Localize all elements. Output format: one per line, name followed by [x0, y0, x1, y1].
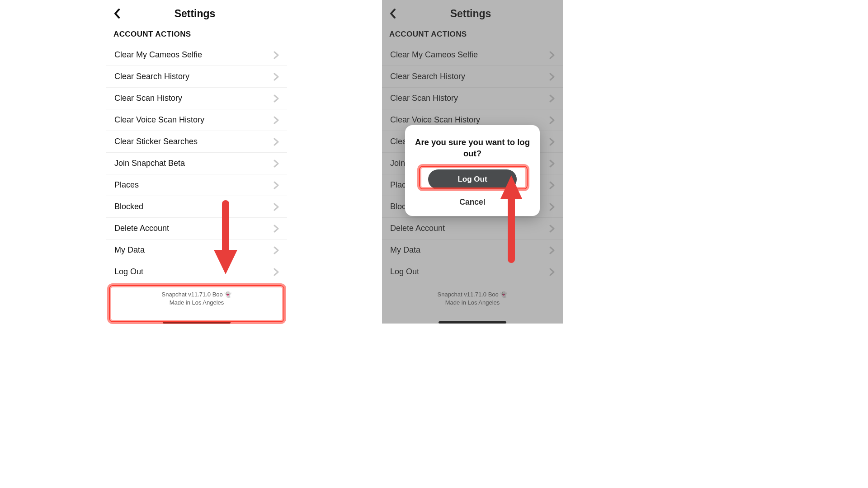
chevron-right-icon — [274, 246, 279, 254]
row-clear-voice-scan-history[interactable]: Clear Voice Scan History — [106, 109, 287, 131]
chevron-right-icon — [274, 203, 279, 211]
row-label: Clear Search History — [390, 72, 465, 81]
logout-modal: Are you sure you want to log out? Log Ou… — [405, 125, 540, 216]
logout-confirm-button[interactable]: Log Out — [428, 169, 517, 189]
chevron-right-icon — [274, 138, 279, 146]
chevron-right-icon — [274, 51, 279, 59]
row-label: Clear Scan History — [390, 94, 458, 103]
row-delete-account[interactable]: Delete Account — [382, 218, 563, 239]
chevron-right-icon — [274, 268, 279, 276]
row-label: Clear Search History — [114, 72, 189, 81]
chevron-right-icon — [274, 94, 279, 103]
chevron-right-icon — [549, 138, 555, 146]
row-log-out[interactable]: Log Out — [106, 261, 287, 282]
chevron-right-icon — [549, 268, 555, 276]
chevron-right-icon — [549, 203, 555, 211]
row-clear-search-history[interactable]: Clear Search History — [106, 66, 287, 88]
footer: Snapchat v11.71.0 Boo 👻 Made in Los Ange… — [382, 282, 563, 310]
row-log-out[interactable]: Log Out — [382, 261, 563, 282]
row-label: Clear Voice Scan History — [114, 115, 204, 125]
chevron-right-icon — [549, 94, 555, 103]
page-title: Settings — [109, 8, 281, 20]
chevron-right-icon — [274, 181, 279, 189]
row-label: Delete Account — [390, 224, 445, 233]
chevron-right-icon — [549, 73, 555, 81]
row-delete-account[interactable]: Delete Account — [106, 218, 287, 239]
chevron-right-icon — [549, 160, 555, 168]
chevron-right-icon — [274, 138, 279, 146]
chevron-right-icon — [274, 160, 279, 168]
row-label: Blocked — [114, 202, 143, 211]
row-clear-search-history[interactable]: Clear Search History — [382, 66, 563, 88]
page-title: Settings — [385, 8, 557, 20]
row-my-data[interactable]: My Data — [382, 239, 563, 261]
chevron-right-icon — [549, 51, 555, 59]
settings-screen-step1: Settings ACCOUNT ACTIONS Clear My Cameos… — [106, 0, 287, 324]
chevron-right-icon — [549, 181, 555, 189]
section-header: ACCOUNT ACTIONS — [106, 27, 287, 42]
chevron-right-icon — [549, 51, 555, 59]
footer-version: Snapchat v11.71.0 Boo 👻 — [382, 291, 563, 299]
row-label: Log Out — [390, 267, 419, 277]
footer: Snapchat v11.71.0 Boo 👻 Made in Los Ange… — [106, 282, 287, 310]
settings-screen-step2: Settings ACCOUNT ACTIONS Clear My Cameos… — [382, 0, 563, 324]
row-label: Log Out — [114, 267, 143, 277]
chevron-right-icon — [549, 246, 555, 254]
chevron-right-icon — [274, 268, 279, 276]
chevron-right-icon — [274, 160, 279, 168]
row-label: Join Snapchat Beta — [114, 159, 185, 168]
row-label: Clear Scan History — [114, 94, 182, 103]
modal-title: Are you sure you want to log out? — [412, 137, 533, 160]
row-join-snapchat-beta[interactable]: Join Snapchat Beta — [106, 153, 287, 174]
chevron-right-icon — [274, 225, 279, 233]
chevron-right-icon — [274, 203, 279, 211]
home-indicator — [163, 321, 231, 324]
chevron-right-icon — [549, 225, 555, 233]
row-clear-scan-history[interactable]: Clear Scan History — [106, 88, 287, 109]
chevron-right-icon — [549, 94, 555, 103]
chevron-right-icon — [274, 181, 279, 189]
chevron-right-icon — [549, 246, 555, 254]
chevron-right-icon — [549, 203, 555, 211]
row-label: Clear Sticker Searches — [114, 137, 198, 146]
row-label: Delete Account — [114, 224, 169, 233]
chevron-right-icon — [549, 73, 555, 81]
chevron-right-icon — [549, 181, 555, 189]
row-places[interactable]: Places — [106, 174, 287, 196]
footer-location: Made in Los Angeles — [106, 299, 287, 307]
chevron-right-icon — [274, 94, 279, 103]
chevron-right-icon — [274, 73, 279, 81]
section-header: ACCOUNT ACTIONS — [382, 27, 563, 42]
row-label: Clear My Cameos Selfie — [390, 50, 478, 60]
account-actions-list: Clear My Cameos SelfieClear Search Histo… — [106, 44, 287, 282]
chevron-right-icon — [274, 116, 279, 124]
chevron-right-icon — [549, 116, 555, 124]
chevron-right-icon — [549, 116, 555, 124]
header: Settings — [382, 0, 563, 27]
chevron-right-icon — [549, 268, 555, 276]
chevron-right-icon — [274, 116, 279, 124]
chevron-right-icon — [274, 51, 279, 59]
row-label: Clear Voice Scan History — [390, 115, 480, 125]
chevron-right-icon — [549, 138, 555, 146]
chevron-right-icon — [274, 246, 279, 254]
home-indicator — [439, 321, 506, 324]
row-label: My Data — [390, 245, 420, 255]
row-label: Places — [114, 180, 139, 190]
row-label: My Data — [114, 245, 145, 255]
row-blocked[interactable]: Blocked — [106, 196, 287, 218]
row-clear-scan-history[interactable]: Clear Scan History — [382, 88, 563, 109]
chevron-right-icon — [549, 160, 555, 168]
row-clear-my-cameos-selfie[interactable]: Clear My Cameos Selfie — [382, 44, 563, 66]
row-my-data[interactable]: My Data — [106, 239, 287, 261]
row-clear-my-cameos-selfie[interactable]: Clear My Cameos Selfie — [106, 44, 287, 66]
row-label: Clear My Cameos Selfie — [114, 50, 202, 60]
chevron-right-icon — [274, 73, 279, 81]
footer-location: Made in Los Angeles — [382, 299, 563, 307]
logout-cancel-button[interactable]: Cancel — [412, 195, 533, 208]
row-clear-sticker-searches[interactable]: Clear Sticker Searches — [106, 131, 287, 153]
chevron-right-icon — [274, 225, 279, 233]
header: Settings — [106, 0, 287, 27]
chevron-right-icon — [549, 225, 555, 233]
footer-version: Snapchat v11.71.0 Boo 👻 — [106, 291, 287, 299]
